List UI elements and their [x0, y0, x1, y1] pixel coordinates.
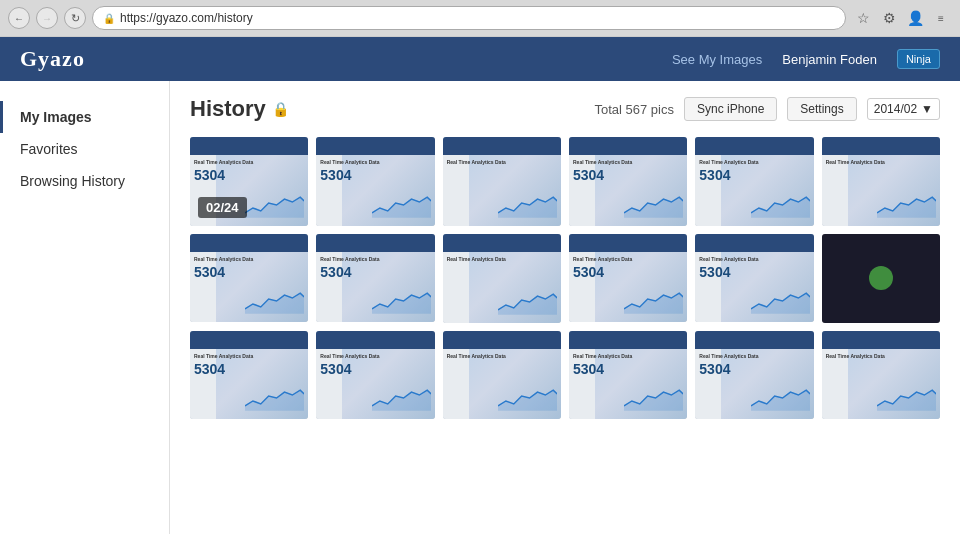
settings-button[interactable]: Settings — [787, 97, 856, 121]
browser-chrome: ← → ↻ 🔒 https://gyazo.com/history ☆ ⚙ 👤 … — [0, 0, 960, 37]
date-selector[interactable]: 2014/02 ▼ — [867, 98, 940, 120]
image-tile[interactable]: Real Time Analytics Data5304 — [695, 137, 813, 226]
image-tile[interactable]: Real Time Analytics Data — [822, 137, 940, 226]
image-tile[interactable] — [822, 234, 940, 323]
image-tile[interactable]: Real Time Analytics Data5304 — [316, 137, 434, 226]
browser-actions: ☆ ⚙ 👤 ≡ — [852, 7, 952, 29]
ssl-lock-icon: 🔒 — [103, 13, 115, 24]
address-bar[interactable]: 🔒 https://gyazo.com/history — [92, 6, 846, 30]
header-nav: See My Images Benjamin Foden Ninja — [672, 49, 940, 69]
image-tile[interactable]: Real Time Analytics Data5304 — [190, 331, 308, 420]
image-tile[interactable]: Real Time Analytics Data5304 — [316, 234, 434, 323]
user-name: Benjamin Foden — [782, 52, 877, 67]
forward-button[interactable]: → — [36, 7, 58, 29]
browser-toolbar: ← → ↻ 🔒 https://gyazo.com/history ☆ ⚙ 👤 … — [0, 0, 960, 36]
sidebar-item-my-images[interactable]: My Images — [0, 101, 169, 133]
ninja-badge: Ninja — [897, 49, 940, 69]
refresh-button[interactable]: ↻ — [64, 7, 86, 29]
sidebar-item-favorites[interactable]: Favorites — [0, 133, 169, 165]
sidebar-item-browsing-history[interactable]: Browsing History — [0, 165, 169, 197]
image-tile[interactable]: Real Time Analytics Data — [443, 331, 561, 420]
content-area: History 🔒 Total 567 pics Sync iPhone Set… — [170, 81, 960, 534]
image-tile[interactable]: Real Time Analytics Data5304 — [190, 234, 308, 323]
url-text: https://gyazo.com/history — [120, 11, 253, 25]
image-tile[interactable]: Real Time Analytics Data — [443, 234, 561, 323]
bookmark-button[interactable]: ☆ — [852, 7, 874, 29]
image-tile[interactable]: Real Time Analytics Data5304 — [316, 331, 434, 420]
date-badge: 02/24 — [198, 197, 247, 218]
image-tile[interactable]: Real Time Analytics Data5304 — [569, 331, 687, 420]
page-title-text: History — [190, 96, 266, 122]
image-tile[interactable]: Real Time Analytics Data530402/24 — [190, 137, 308, 226]
date-value: 2014/02 — [874, 102, 917, 116]
page-title: History 🔒 — [190, 96, 289, 122]
main-content: My Images Favorites Browsing History His… — [0, 81, 960, 534]
image-tile[interactable]: Real Time Analytics Data5304 — [695, 234, 813, 323]
image-grid: Real Time Analytics Data530402/24Real Ti… — [190, 137, 940, 419]
image-tile[interactable]: Real Time Analytics Data5304 — [569, 137, 687, 226]
image-tile[interactable]: Real Time Analytics Data — [822, 331, 940, 420]
extensions-button[interactable]: ⚙ — [878, 7, 900, 29]
sidebar-label-favorites: Favorites — [20, 141, 78, 157]
title-lock-icon: 🔒 — [272, 101, 289, 117]
image-tile[interactable]: Real Time Analytics Data — [443, 137, 561, 226]
gyazo-logo[interactable]: Gyazo — [20, 46, 85, 72]
date-chevron-icon: ▼ — [921, 102, 933, 116]
sidebar: My Images Favorites Browsing History — [0, 81, 170, 534]
app-header: Gyazo See My Images Benjamin Foden Ninja — [0, 37, 960, 81]
sidebar-label-my-images: My Images — [20, 109, 92, 125]
see-my-images-link[interactable]: See My Images — [672, 52, 762, 67]
image-tile[interactable]: Real Time Analytics Data5304 — [695, 331, 813, 420]
content-header: History 🔒 Total 567 pics Sync iPhone Set… — [190, 96, 940, 122]
sidebar-label-browsing-history: Browsing History — [20, 173, 125, 189]
header-right: Total 567 pics Sync iPhone Settings 2014… — [594, 97, 940, 121]
profile-button[interactable]: 👤 — [904, 7, 926, 29]
menu-button[interactable]: ≡ — [930, 7, 952, 29]
back-button[interactable]: ← — [8, 7, 30, 29]
sync-iphone-button[interactable]: Sync iPhone — [684, 97, 777, 121]
total-pics-label: Total 567 pics — [594, 102, 674, 117]
image-tile[interactable]: Real Time Analytics Data5304 — [569, 234, 687, 323]
